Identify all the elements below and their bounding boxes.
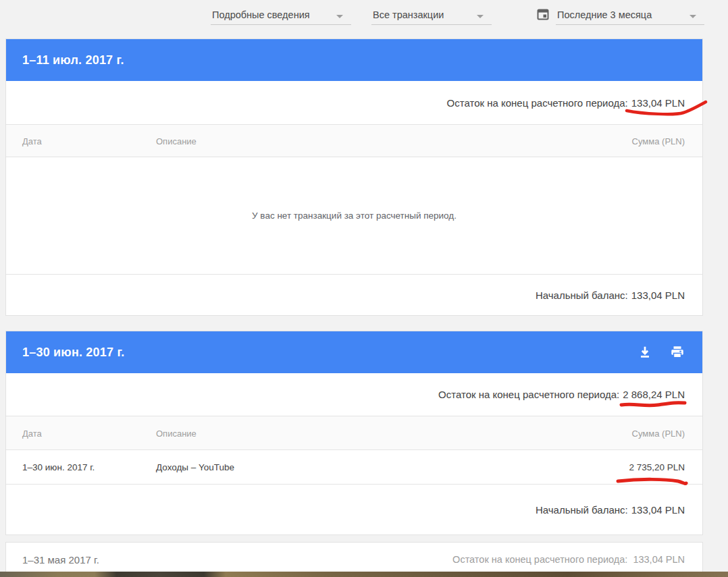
statement-card-june: 1–30 июн. 2017 г. xyxy=(5,331,703,535)
toolbar: Подробные сведения Все транзакции Послед… xyxy=(0,0,728,34)
transaction-description: Доходы – YouTube xyxy=(156,462,234,472)
download-icon[interactable] xyxy=(638,345,652,360)
column-header-amount: Сумма (PLN) xyxy=(632,136,685,146)
transaction-amount: 2 735,20 PLN xyxy=(629,462,685,472)
starting-balance-value: 133,04 PLN xyxy=(631,504,685,516)
empty-state: У вас нет транзакций за этот расчетный п… xyxy=(6,157,702,274)
calendar-icon xyxy=(536,7,550,21)
detail-level-select-value: Подробные сведения xyxy=(212,9,310,20)
chevron-down-icon xyxy=(477,15,484,18)
desktop-edge-strip xyxy=(0,572,728,577)
column-header-description: Описание xyxy=(156,136,197,146)
transaction-date: 1–30 июн. 2017 г. xyxy=(22,462,95,472)
ending-balance-label: Остаток на конец расчетного периода: xyxy=(447,97,628,109)
ending-balance-value: 2 868,24 PLN xyxy=(623,389,685,400)
period-title: 1–30 июн. 2017 г. xyxy=(22,346,638,360)
starting-balance-row: Начальный баланс: 133,04 PLN xyxy=(6,485,702,535)
empty-state-message: У вас нет транзакций за этот расчетный п… xyxy=(252,211,457,221)
table-header-row: Дата Описание Сумма (PLN) xyxy=(6,416,702,450)
chevron-down-icon xyxy=(336,15,343,18)
starting-balance-row: Начальный баланс: 133,04 PLN xyxy=(6,274,702,316)
table-row: 1–30 июн. 2017 г. Доходы – YouTube 2 735… xyxy=(6,450,702,485)
transaction-filter-select-value: Все транзакции xyxy=(373,9,444,20)
period-title: 1–11 июл. 2017 г. xyxy=(22,53,685,67)
date-range-select[interactable]: Последние 3 месяца xyxy=(556,6,704,25)
ending-balance-label: Остаток на конец расчетного периода: xyxy=(438,389,619,400)
starting-balance-label: Начальный баланс: xyxy=(536,290,628,301)
column-header-description: Описание xyxy=(156,428,197,438)
header-actions xyxy=(638,345,685,360)
ending-balance-label: Остаток на конец расчетного периода: xyxy=(452,554,627,565)
detail-level-select[interactable]: Подробные сведения xyxy=(211,6,351,25)
ending-balance-value: 133,04 PLN xyxy=(631,97,685,109)
period-header-june[interactable]: 1–30 июн. 2017 г. xyxy=(6,331,702,373)
column-header-amount: Сумма (PLN) xyxy=(632,428,685,438)
statement-card-july: 1–11 июл. 2017 г. Остаток на конец расче… xyxy=(5,38,703,316)
print-icon[interactable] xyxy=(670,345,685,360)
column-header-date: Дата xyxy=(22,428,42,438)
period-header-july[interactable]: 1–11 июл. 2017 г. xyxy=(6,39,702,81)
column-header-date: Дата xyxy=(22,136,42,146)
ending-balance-row: Остаток на конец расчетного периода: 2 8… xyxy=(6,373,702,416)
starting-balance-value: 133,04 PLN xyxy=(631,290,685,301)
starting-balance-label: Начальный баланс: xyxy=(536,504,628,516)
transactions-page: Подробные сведения Все транзакции Послед… xyxy=(0,0,728,577)
ending-balance-summary: Остаток на конец расчетного периода: 133… xyxy=(452,554,685,565)
chevron-down-icon xyxy=(690,15,696,18)
ending-balance-value: 133,04 PLN xyxy=(633,554,685,565)
transaction-filter-select[interactable]: Все транзакции xyxy=(371,6,492,25)
table-header-row: Дата Описание Сумма (PLN) xyxy=(6,124,702,157)
ending-balance-row: Остаток на конец расчетного периода: 133… xyxy=(6,81,702,124)
period-title: 1–31 мая 2017 г. xyxy=(22,554,452,566)
date-range-select-value: Последние 3 месяца xyxy=(557,9,652,20)
